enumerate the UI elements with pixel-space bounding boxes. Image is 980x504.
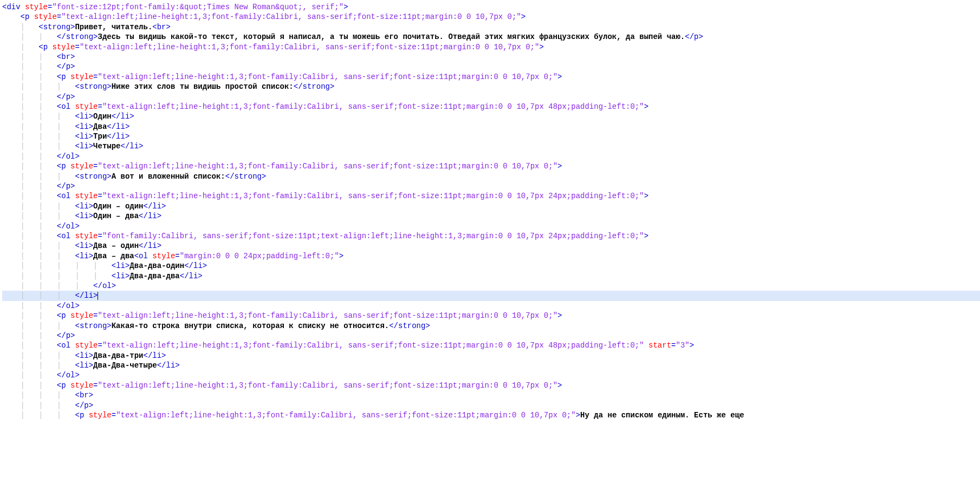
token-tag: </li> xyxy=(184,261,207,270)
token-tag: <p xyxy=(38,43,52,51)
code-line[interactable]: <div style="font-size:12pt;font-family:&… xyxy=(2,2,980,12)
token-tag: > xyxy=(644,102,648,111)
token-tag: </li> xyxy=(107,122,129,131)
token-tag: = xyxy=(175,252,179,260)
code-line[interactable]: | | <ol style="text-align:left;line-heig… xyxy=(2,191,980,201)
token-tag: > xyxy=(521,12,525,21)
token-tag: </li> xyxy=(139,241,161,250)
code-line[interactable]: | | </ol> xyxy=(2,301,980,311)
code-line[interactable]: | | | <li>Два-два-три</li> xyxy=(2,351,980,361)
code-line[interactable]: | | | </li> xyxy=(2,291,980,300)
token-tag: <br> xyxy=(75,391,93,400)
token-tag: </li> xyxy=(139,212,161,220)
token-tag: <li> xyxy=(75,252,93,260)
token-tag: <li> xyxy=(75,241,93,250)
token-tag: </li> xyxy=(121,142,144,150)
token-tag: = xyxy=(93,311,98,320)
token-val: "margin:0 0 0 24px;padding-left:0;" xyxy=(180,252,339,260)
code-line[interactable]: | <p style="text-align:left;line-height:… xyxy=(2,42,980,52)
code-line[interactable]: | | </strong>Здесь ты видишь какой-то те… xyxy=(2,32,980,42)
code-line[interactable]: | | </p> xyxy=(2,331,980,341)
token-tag: <ol xyxy=(57,341,75,350)
code-line[interactable]: | | <p style="text-align:left;line-heigh… xyxy=(2,161,980,171)
token-tag: = xyxy=(98,192,102,200)
token-attr: style xyxy=(70,162,93,171)
code-line[interactable]: | | <ol style="text-align:left;line-heig… xyxy=(2,102,980,112)
code-line[interactable]: | | | <strong>А вот и вложенный список:<… xyxy=(2,172,980,181)
code-line[interactable]: | | | </p> xyxy=(2,401,980,410)
token-val: "3" xyxy=(676,341,689,350)
code-line[interactable]: | | </ol> xyxy=(2,221,980,231)
token-tag: <strong> xyxy=(38,23,75,31)
token-tag: </ol> xyxy=(93,282,116,290)
token-tag: > xyxy=(539,43,543,51)
token-val: "text-align:left;line-height:1,3;font-fa… xyxy=(98,311,558,320)
token-val: "text-align:left;line-height:1,3;font-fa… xyxy=(61,12,521,21)
token-attr: style xyxy=(75,341,98,350)
code-line[interactable]: | | </p> xyxy=(2,181,980,191)
code-line[interactable]: | | | <strong>Ниже этих слов ты видишь п… xyxy=(2,82,980,91)
token-tag: <p xyxy=(57,381,70,390)
token-tag: <p xyxy=(57,73,70,81)
token-tag: <p xyxy=(75,411,88,420)
token-attr: style xyxy=(75,102,98,111)
token-tag: > xyxy=(690,341,694,350)
code-line[interactable]: | | <br> xyxy=(2,52,980,62)
code-line[interactable]: | | | | </ol> xyxy=(2,281,980,291)
code-line[interactable]: | | | | | <li>Два-два-один</li> xyxy=(2,261,980,271)
token-tag: <li> xyxy=(75,351,93,360)
token-tag: </li> xyxy=(144,351,166,360)
code-line[interactable]: | | <ol style="text-align:left;line-heig… xyxy=(2,341,980,350)
token-attr: style xyxy=(152,252,175,260)
code-editor[interactable]: <div style="font-size:12pt;font-family:&… xyxy=(0,0,980,504)
code-line[interactable]: | | <p style="text-align:left;line-heigh… xyxy=(2,72,980,82)
token-tag: </p> xyxy=(57,93,75,101)
token-tag: </p> xyxy=(57,331,75,340)
token-attr: style xyxy=(25,3,48,11)
code-line[interactable]: | | <p style="text-align:left;line-heigh… xyxy=(2,311,980,320)
code-line[interactable]: | | <ol style="font-family:Calibri, sans… xyxy=(2,231,980,241)
code-line[interactable]: | | | <li>Один – два</li> xyxy=(2,211,980,221)
code-line[interactable]: | | | <br> xyxy=(2,390,980,400)
token-attr: style xyxy=(75,232,98,240)
token-txt: Два xyxy=(93,122,107,131)
code-line[interactable]: | | | <li>Два</li> xyxy=(2,122,980,132)
code-line[interactable]: | | | <li>Три</li> xyxy=(2,132,980,141)
code-line[interactable]: | | </p> xyxy=(2,62,980,71)
code-line[interactable]: <p style="text-align:left;line-height:1,… xyxy=(2,12,980,22)
code-line[interactable]: | | | <li>Два – один</li> xyxy=(2,241,980,251)
token-val: "text-align:left;line-height:1,3;font-fa… xyxy=(98,162,558,171)
code-line[interactable]: | | | <li>Четыре</li> xyxy=(2,141,980,151)
code-line[interactable]: | | </ol> xyxy=(2,370,980,380)
token-txt: Два-два-три xyxy=(93,351,143,360)
token-tag: > xyxy=(576,411,580,420)
token-tag: </li> xyxy=(112,112,134,121)
code-line[interactable]: | | </p> xyxy=(2,92,980,102)
token-tag: <div xyxy=(2,3,25,11)
token-txt: Ниже этих слов ты видишь простой список: xyxy=(112,82,294,91)
token-tag: </p> xyxy=(685,32,703,41)
code-line[interactable]: | | <p style="text-align:left;line-heigh… xyxy=(2,381,980,390)
token-tag: </strong> xyxy=(294,82,335,91)
token-txt: Два-Два-четыре xyxy=(93,361,157,370)
token-tag: </strong> xyxy=(389,322,430,330)
code-line[interactable]: | | | <li>Один</li> xyxy=(2,112,980,121)
code-line[interactable]: | | | <li>Два-Два-четыре</li> xyxy=(2,361,980,370)
text-caret xyxy=(98,292,98,300)
token-tag xyxy=(644,341,648,350)
token-tag: <p xyxy=(57,311,70,320)
token-tag: </li> xyxy=(157,361,180,370)
code-line[interactable]: | | | <p style="text-align:left;line-hei… xyxy=(2,410,980,420)
code-line[interactable]: | | | <strong>Какая-то строка внутри спи… xyxy=(2,321,980,331)
token-val: "text-align:left;line-height:1,3;font-fa… xyxy=(102,341,644,350)
token-tag: <strong> xyxy=(75,82,111,91)
code-line[interactable]: | | | <li>Два – два<ol style="margin:0 0… xyxy=(2,251,980,261)
token-tag: <li> xyxy=(112,272,130,280)
code-line[interactable]: | | | <li>Один – один</li> xyxy=(2,201,980,211)
code-line[interactable]: | | </ol> xyxy=(2,152,980,161)
token-tag: <ol xyxy=(57,232,75,240)
token-txt: Три xyxy=(93,132,107,141)
token-tag: </li> xyxy=(180,272,203,280)
code-line[interactable]: | | | | | <li>Два-два-два</li> xyxy=(2,271,980,281)
code-line[interactable]: | <strong>Привет, читатель.<br> xyxy=(2,22,980,32)
